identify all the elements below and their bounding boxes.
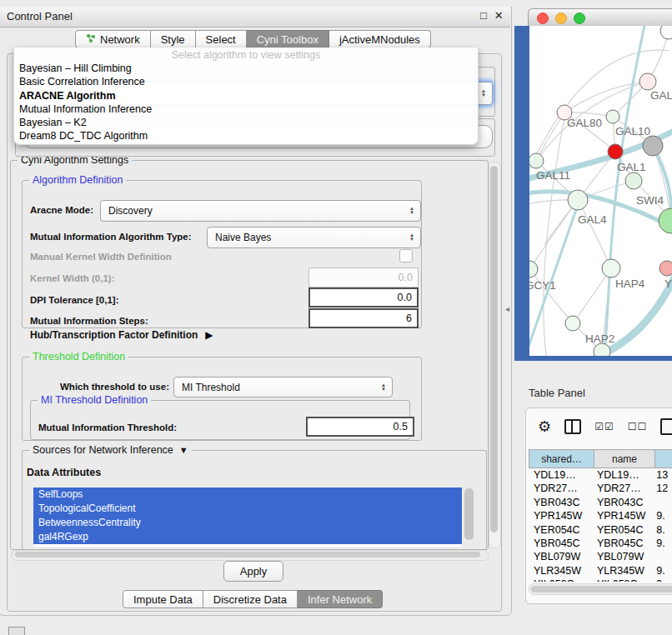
tab-jactivemnodules[interactable]: jActiveMNodules (329, 30, 431, 48)
control-panel-tabs: Network Style Select Cyni Toolbox jActiv… (75, 30, 431, 48)
float-window-icon[interactable]: □ (480, 9, 487, 22)
select-all-checkboxes-icon[interactable]: ☑☑ (594, 421, 614, 432)
network-node[interactable] (643, 136, 663, 156)
zoom-traffic-light-icon[interactable] (574, 12, 585, 24)
network-node[interactable] (529, 153, 544, 168)
network-node[interactable] (565, 316, 580, 331)
network-edge[interactable] (536, 112, 564, 161)
settings-horizontal-scrollbar[interactable] (12, 550, 489, 561)
new-table-icon[interactable] (660, 418, 672, 435)
manual-kernel-width-checkbox[interactable] (399, 249, 413, 262)
table-cell: YLR345W (592, 565, 651, 578)
network-node-label: HAP2 (585, 332, 614, 345)
table-horizontal-scrollbar-thumb[interactable] (531, 586, 672, 592)
table-cell: YBR045C (592, 538, 651, 551)
tab-network[interactable]: Network (75, 30, 151, 48)
network-edge[interactable] (544, 118, 564, 356)
tab-select[interactable]: Select (196, 30, 247, 48)
network-window-titlebar[interactable] (528, 8, 672, 27)
algorithm-option[interactable]: Basic Correlation Inference (14, 75, 478, 88)
network-canvas[interactable]: GALGAL80GAL10GAL1GAL11SWI4GAL4GCY1HAP4YH… (529, 26, 672, 356)
network-node[interactable] (659, 261, 672, 276)
tab-impute-data[interactable]: Impute Data (123, 590, 203, 608)
tab-discretize-data[interactable]: Discretize Data (203, 590, 298, 608)
table-row[interactable]: YER054CYER054C8. (529, 524, 672, 538)
sources-group-title-row[interactable]: Sources for Network Inference ▼ (29, 444, 192, 456)
network-edge[interactable] (529, 200, 578, 269)
column-header-third[interactable] (655, 449, 672, 468)
table-row[interactable]: YDR27…YDR27…12 (529, 482, 672, 496)
data-attributes-list[interactable]: SelfLoopsTopologicalCoefficientBetweenne… (33, 488, 462, 547)
mi-steps-field[interactable]: 6 (308, 308, 419, 328)
gear-icon[interactable]: ⚙ (538, 419, 551, 434)
network-node[interactable] (606, 110, 619, 123)
mi-threshold-field[interactable]: 0.5 (306, 417, 414, 437)
network-edge[interactable] (578, 200, 611, 268)
algorithm-option[interactable]: Dream8 DC_TDC Algorithm (14, 129, 478, 142)
apply-button[interactable]: Apply (223, 561, 283, 582)
data-attribute-item[interactable]: TopologicalCoefficient (33, 502, 462, 516)
columns-icon[interactable] (564, 419, 581, 434)
control-panel-titlebar[interactable] (0, 7, 510, 28)
network-node[interactable] (594, 343, 610, 356)
algorithm-option[interactable]: Bayesian – Hill Climbing (14, 62, 478, 75)
algorithm-option[interactable]: Bayesian – K2 (14, 116, 478, 129)
table-row[interactable]: YDL19…YDL19…13 (529, 469, 672, 482)
settings-horizontal-scrollbar-thumb[interactable] (15, 552, 480, 558)
algorithm-definition-title: Algorithm Definition (29, 174, 126, 186)
hub-definition-expander[interactable]: Hub/Transcription Factor Definition ▶ (30, 329, 213, 341)
data-attribute-item[interactable]: gal4RGexp (33, 530, 462, 544)
algorithm-option[interactable]: Mutual Information Inference (14, 102, 478, 116)
table-horizontal-scrollbar[interactable] (529, 583, 672, 595)
table-row[interactable]: YLR345WYLR345W9. (529, 565, 672, 578)
table-cell: 9. (651, 565, 672, 578)
network-edge[interactable] (529, 269, 573, 323)
attributes-scrollbar[interactable] (464, 488, 474, 547)
data-attribute-item[interactable]: BetweennessCentrality (33, 516, 462, 530)
stepper-icon: ▲▼ (481, 89, 486, 98)
table-cell: YIL053C (529, 578, 592, 582)
network-node[interactable] (639, 73, 656, 90)
close-traffic-light-icon[interactable] (537, 12, 549, 24)
tab-cyni-toolbox[interactable]: Cyni Toolbox (247, 30, 329, 48)
mi-algorithm-type-combobox[interactable]: Naive Bayes ▲▼ (207, 227, 421, 248)
which-threshold-combobox[interactable]: MI Threshold ▲▼ (173, 377, 393, 398)
tab-infer-network[interactable]: Infer Network (298, 590, 383, 608)
collapsed-panel-handle[interactable] (8, 627, 25, 635)
table-row[interactable]: YPR145WYPR145W9. (529, 510, 672, 523)
minimize-traffic-light-icon[interactable] (555, 12, 567, 24)
table-cell: YDL19… (529, 469, 592, 482)
algorithm-option[interactable]: ARACNE Algorithm (14, 89, 478, 102)
network-node[interactable] (608, 144, 623, 159)
network-node[interactable] (602, 259, 620, 278)
settings-vertical-scrollbar-thumb[interactable] (490, 166, 498, 532)
deselect-all-checkboxes-icon[interactable]: ☐☐ (628, 421, 648, 432)
close-icon[interactable]: ✕ (494, 9, 504, 22)
attributes-scrollbar-thumb[interactable] (464, 488, 474, 540)
table-cell: 13 (651, 469, 672, 482)
table-row[interactable]: YBR043CYBR043C (529, 497, 672, 510)
table-row[interactable]: YIL053CYIL053C9. (529, 578, 672, 582)
aracne-mode-combobox[interactable]: Discovery ▲▼ (100, 200, 421, 222)
network-edge[interactable] (564, 82, 648, 112)
column-header-shared-name[interactable]: shared… (529, 449, 594, 468)
kernel-width-field[interactable]: 0.0 (308, 268, 419, 288)
data-attributes-label: Data Attributes (27, 467, 101, 478)
network-node[interactable] (529, 261, 538, 278)
network-node[interactable] (568, 190, 588, 210)
network-node-label: GAL (650, 89, 672, 102)
table-row[interactable]: YBR045CYBR045C9. (529, 538, 672, 551)
tab-style[interactable]: Style (151, 30, 196, 48)
table-row[interactable]: YBL079WYBL079W (529, 551, 672, 564)
network-node[interactable] (659, 208, 672, 233)
settings-vertical-scrollbar[interactable] (489, 162, 501, 548)
panel-collapse-arrow[interactable]: ◂ (505, 304, 509, 313)
network-node[interactable] (625, 172, 642, 189)
network-node[interactable] (660, 26, 672, 39)
network-edge-highlighted[interactable] (604, 26, 644, 356)
network-edge[interactable] (529, 50, 669, 176)
data-attribute-item[interactable]: SelfLoops (33, 488, 462, 502)
algorithm-dropdown-list: Select algorithm to view settings Bayesi… (13, 48, 479, 145)
dpi-tolerance-field[interactable]: 0.0 (308, 288, 419, 308)
column-header-name[interactable]: name (594, 449, 655, 468)
